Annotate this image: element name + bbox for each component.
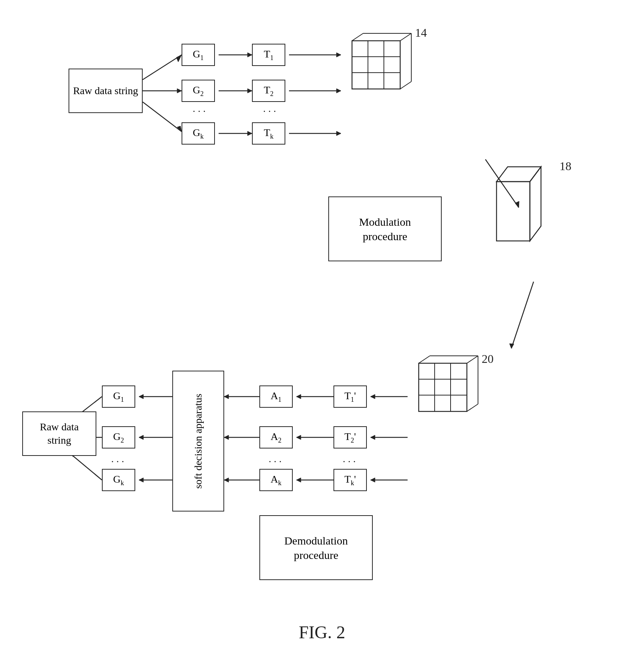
svg-marker-41 bbox=[139, 478, 143, 482]
svg-marker-51 bbox=[509, 344, 514, 348]
t1prime-box: T1' bbox=[333, 385, 367, 408]
svg-line-59 bbox=[352, 33, 363, 41]
soft-decision-box: soft decision apparatus bbox=[172, 371, 224, 512]
grid-20 bbox=[408, 352, 482, 463]
svg-line-46 bbox=[69, 452, 102, 480]
raw-data-string-top: Raw data string bbox=[69, 69, 143, 113]
dots-g-top: · · · bbox=[193, 106, 206, 117]
g1-box-bottom: G1 bbox=[102, 385, 135, 408]
svg-marker-64 bbox=[530, 167, 541, 241]
label-20: 20 bbox=[482, 352, 494, 366]
svg-marker-63 bbox=[497, 167, 541, 182]
svg-marker-15 bbox=[336, 89, 341, 93]
svg-marker-13 bbox=[336, 53, 341, 57]
diagram-container: Raw data string G1 G2 · · · Gk T1 T2 · ·… bbox=[0, 0, 644, 672]
svg-rect-65 bbox=[419, 363, 467, 411]
a2-box: A2 bbox=[259, 426, 293, 448]
label-18: 18 bbox=[560, 159, 571, 173]
svg-line-58 bbox=[400, 82, 411, 89]
svg-marker-21 bbox=[371, 435, 375, 440]
g2-box-bottom: G2 bbox=[102, 426, 135, 448]
svg-rect-52 bbox=[352, 41, 400, 89]
svg-marker-19 bbox=[371, 394, 375, 399]
dots-g-bottom: · · · bbox=[111, 456, 124, 468]
svg-marker-37 bbox=[139, 394, 143, 399]
svg-marker-17 bbox=[336, 131, 341, 136]
svg-line-50 bbox=[511, 282, 534, 348]
svg-marker-7 bbox=[248, 53, 252, 57]
svg-rect-62 bbox=[497, 182, 530, 241]
svg-line-4 bbox=[143, 102, 182, 132]
svg-marker-5 bbox=[177, 126, 182, 132]
svg-marker-35 bbox=[224, 478, 229, 482]
demodulation-procedure-box: Demodulationprocedure bbox=[259, 515, 373, 580]
ak-box: Ak bbox=[259, 469, 293, 491]
label-14: 14 bbox=[415, 26, 427, 40]
svg-marker-1 bbox=[176, 55, 182, 62]
gk-box-bottom: Gk bbox=[102, 469, 135, 491]
svg-line-72 bbox=[419, 356, 430, 363]
t2-box-top: T2 bbox=[252, 80, 285, 102]
a1-box: A1 bbox=[259, 385, 293, 408]
svg-line-71 bbox=[467, 404, 478, 411]
svg-marker-29 bbox=[296, 478, 301, 482]
svg-marker-31 bbox=[224, 394, 229, 399]
dots-t-top: · · · bbox=[263, 106, 276, 117]
svg-marker-25 bbox=[296, 394, 301, 399]
tkprime-box: Tk' bbox=[333, 469, 367, 491]
dots-tprime: · · · bbox=[343, 456, 356, 468]
block-18 bbox=[485, 159, 560, 282]
svg-marker-23 bbox=[371, 478, 375, 482]
t1-box-top: T1 bbox=[252, 44, 285, 66]
svg-marker-33 bbox=[224, 435, 229, 440]
gk-box-top: Gk bbox=[182, 122, 215, 145]
svg-marker-3 bbox=[177, 89, 182, 93]
grid-14 bbox=[341, 30, 415, 141]
g2-box-top: G2 bbox=[182, 80, 215, 102]
tk-box-top: Tk bbox=[252, 122, 285, 145]
t2prime-box: T2' bbox=[333, 426, 367, 448]
svg-line-57 bbox=[400, 33, 411, 41]
svg-marker-9 bbox=[248, 89, 252, 93]
g1-box-top: G1 bbox=[182, 44, 215, 66]
svg-line-70 bbox=[467, 356, 478, 363]
raw-data-string-bottom: Raw datastring bbox=[22, 411, 96, 456]
fig-caption: FIG. 2 bbox=[0, 622, 644, 642]
svg-marker-39 bbox=[139, 435, 143, 440]
svg-line-0 bbox=[143, 55, 182, 80]
svg-marker-11 bbox=[248, 131, 252, 136]
modulation-procedure-box: Modulationprocedure bbox=[328, 196, 442, 261]
dots-a: · · · bbox=[269, 456, 282, 468]
svg-marker-27 bbox=[296, 435, 301, 440]
